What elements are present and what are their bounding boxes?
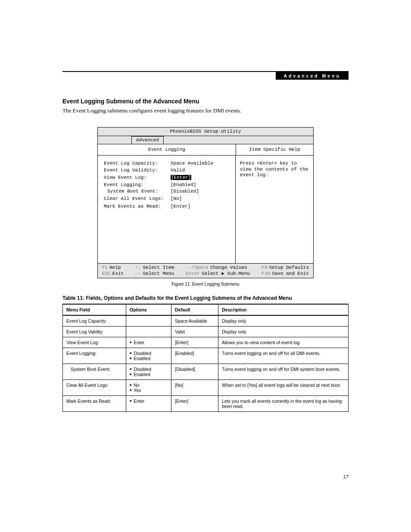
figure-caption: Figure 11. Event Logging Submenu bbox=[62, 282, 349, 286]
bios-field-value[interactable]: [No] bbox=[171, 196, 229, 202]
key-leftright: ←→ bbox=[135, 271, 143, 276]
cell-default: [Enabled] bbox=[171, 348, 218, 364]
option-item: Enter bbox=[130, 398, 168, 404]
key-space-label: Change Values bbox=[210, 265, 247, 270]
cell-description: Lets you mark all events currently in th… bbox=[218, 395, 349, 411]
cell-default: Space Available bbox=[171, 315, 218, 327]
th-default: Default bbox=[171, 304, 218, 315]
key-f1: F1 bbox=[102, 265, 109, 270]
bios-field-label: Event Log Capacity: bbox=[104, 161, 171, 166]
key-esc-label: Exit bbox=[112, 271, 124, 276]
bios-field-label: View Event Log: bbox=[104, 175, 171, 180]
option-item: Yes bbox=[130, 388, 168, 393]
option-item: Disabled bbox=[130, 367, 168, 372]
cell-options bbox=[126, 315, 171, 327]
key-esc: ESC bbox=[102, 271, 112, 276]
key-enter-label: Select ▶ Sub-Menu bbox=[202, 271, 250, 276]
cell-options: DisabledEnabled bbox=[126, 348, 171, 364]
page-number: 17 bbox=[343, 473, 349, 480]
cell-menu-field: Event Log Capacity: bbox=[63, 315, 126, 327]
header-bar: Advanced Menu bbox=[276, 72, 349, 80]
bios-body: Event Log Capacity:Space AvailableEvent … bbox=[98, 156, 313, 264]
bios-field-label: Clear All Event Logs: bbox=[104, 196, 171, 202]
bios-field-label: System Boot Event: bbox=[104, 189, 171, 194]
cell-menu-field: Event Logging: bbox=[63, 348, 126, 364]
cell-description: Display only bbox=[218, 315, 349, 327]
cell-default: [No] bbox=[171, 380, 218, 395]
cell-default: [Enter] bbox=[171, 395, 218, 411]
bios-field-label: Event Log Validity: bbox=[104, 168, 171, 173]
bios-field-row: Event Logging:[Enabled] bbox=[104, 182, 229, 188]
bios-field-row: Event Log Capacity:Space Available bbox=[104, 161, 229, 166]
cell-menu-field: View Event Log: bbox=[63, 337, 126, 348]
bios-screen: PhoenixBIOS Setup Utility Advanced Event… bbox=[97, 127, 314, 278]
cell-menu-field: Mark Events as Read: bbox=[63, 395, 126, 411]
key-f1-label: Help bbox=[109, 265, 121, 270]
cell-default: Valid bbox=[171, 326, 218, 337]
bios-subhead-left: Event Logging bbox=[98, 144, 236, 155]
bios-field-label: Event Logging: bbox=[104, 182, 171, 188]
key-updown-label: Select Item bbox=[143, 265, 174, 270]
bios-subheader: Event Logging Item Specific Help bbox=[98, 144, 313, 156]
th-menu-field: Menu Field bbox=[63, 304, 126, 315]
key-enter: Enter bbox=[186, 271, 202, 276]
table-row: Event Log Validity:ValidDisplay only bbox=[63, 326, 349, 337]
cell-menu-field: System Boot Event: bbox=[63, 364, 126, 380]
bios-title: PhoenixBIOS Setup Utility bbox=[98, 128, 313, 136]
cell-default: [Enter] bbox=[171, 337, 218, 348]
bios-field-value[interactable]: Space Available bbox=[171, 161, 229, 166]
bios-help-text: Press <Enter> key to view the contents o… bbox=[236, 156, 313, 263]
option-item: No bbox=[130, 383, 168, 388]
th-options: Options bbox=[126, 304, 171, 315]
bios-field-value[interactable]: [Enabled] bbox=[171, 182, 229, 188]
key-f10: F10 bbox=[262, 271, 272, 276]
section-title: Event Logging Submenu of the Advanced Me… bbox=[62, 98, 349, 105]
key-f9-label: Setup Defaults bbox=[269, 265, 309, 270]
th-description: Description bbox=[218, 304, 349, 315]
bios-tabs: Advanced bbox=[98, 136, 313, 144]
bios-tab-advanced[interactable]: Advanced bbox=[131, 136, 164, 144]
fields-table: Menu Field Options Default Description E… bbox=[62, 304, 349, 412]
cell-description: Display only bbox=[218, 326, 349, 337]
bios-field-row: System Boot Event:[Disabled] bbox=[104, 189, 229, 194]
table-row: Event Logging:DisabledEnabled[Enabled]Tu… bbox=[63, 348, 349, 364]
bios-field-value[interactable]: [Disabled] bbox=[171, 189, 229, 194]
table-caption: Table 11: Fields, Options and Defaults f… bbox=[62, 295, 349, 301]
table-row: System Boot Event:DisabledEnabled[Disabl… bbox=[63, 364, 349, 380]
table-row: Event Log Capacity:Space AvailableDispla… bbox=[63, 315, 349, 327]
cell-options: Enter bbox=[126, 395, 171, 411]
cell-options: DisabledEnabled bbox=[126, 364, 171, 380]
bios-subhead-right: Item Specific Help bbox=[236, 144, 313, 155]
bios-field-row: View Event Log:[Enter] bbox=[104, 175, 229, 180]
option-item: Enter bbox=[130, 340, 168, 345]
key-leftright-label: Select Menu bbox=[143, 271, 174, 276]
section-intro: The Event Logging submenu configures eve… bbox=[62, 107, 349, 114]
header-rule: Advanced Menu bbox=[62, 71, 349, 81]
bios-field-row: Mark Events as Read:[Enter] bbox=[104, 204, 229, 209]
cell-description: Turns event logging on and off for DMI s… bbox=[218, 364, 349, 380]
cell-menu-field: Clear All Event Logs: bbox=[63, 380, 126, 395]
bios-field-row: Clear All Event Logs:[No] bbox=[104, 196, 229, 202]
table-row: Clear All Event Logs:NoYes[No]When set t… bbox=[63, 380, 349, 395]
option-item: Enabled bbox=[130, 356, 168, 361]
cell-description: When set to [Yes] all event logs will be… bbox=[218, 380, 349, 395]
bios-field-value[interactable]: [Enter] bbox=[171, 204, 229, 209]
bios-field-value[interactable]: [Enter] bbox=[171, 175, 229, 180]
bios-field-label: Mark Events as Read: bbox=[104, 204, 171, 209]
bios-fields: Event Log Capacity:Space AvailableEvent … bbox=[98, 156, 236, 263]
key-space: -/Space bbox=[189, 265, 210, 270]
cell-description: Allows you to view content of event log bbox=[218, 337, 349, 348]
table-row: Mark Events as Read:Enter[Enter]Lets you… bbox=[63, 395, 349, 411]
option-item: Disabled bbox=[130, 351, 168, 356]
bios-field-value[interactable]: Valid bbox=[171, 168, 229, 173]
key-f10-label: Save and Exit bbox=[272, 271, 309, 276]
key-f9: F9 bbox=[262, 265, 269, 270]
option-item: Enabled bbox=[130, 372, 168, 377]
cell-menu-field: Event Log Validity: bbox=[63, 326, 126, 337]
cell-description: Turns event logging on and off for all D… bbox=[218, 348, 349, 364]
table-row: View Event Log:Enter[Enter]Allows you to… bbox=[63, 337, 349, 348]
bios-field-row: Event Log Validity:Valid bbox=[104, 168, 229, 173]
cell-options: Enter bbox=[126, 337, 171, 348]
cell-options bbox=[126, 326, 171, 337]
key-updown: ↑↓ bbox=[135, 265, 143, 270]
